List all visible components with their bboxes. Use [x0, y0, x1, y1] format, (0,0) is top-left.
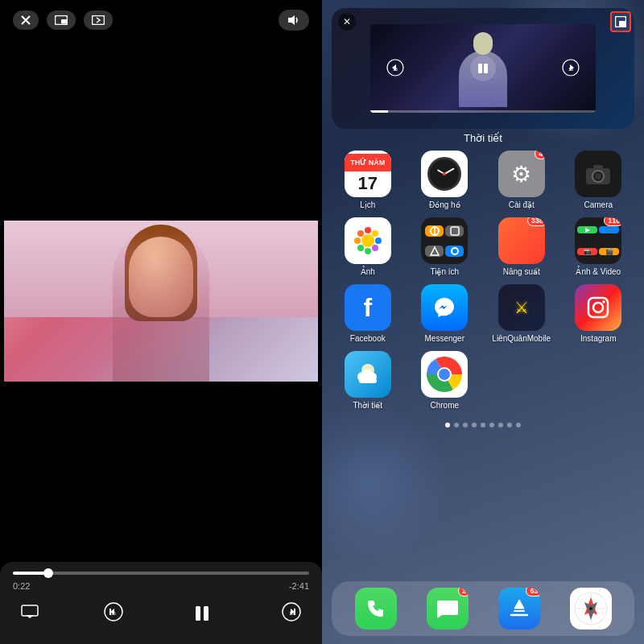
settings-label: Cài đặt	[509, 200, 535, 209]
phone-icon	[355, 588, 397, 630]
pip-video: 15 15	[332, 8, 634, 129]
right-panel: ✕ 15	[322, 0, 644, 644]
airplay-button[interactable]	[21, 605, 39, 622]
svg-rect-4	[93, 16, 105, 25]
close-button[interactable]	[13, 10, 39, 30]
app-item-facebook[interactable]: f Facebook	[333, 284, 402, 343]
dot-2	[463, 423, 468, 427]
left-top-controls	[0, 0, 322, 40]
messages-badge: 2	[458, 588, 469, 597]
skip-forward-button[interactable]: 15	[282, 602, 301, 625]
pip-expand-button[interactable]	[610, 11, 631, 32]
messenger-icon	[421, 284, 468, 331]
app-grid-row2: Ảnh Tiện ích	[322, 217, 644, 276]
svg-rect-6	[22, 605, 38, 616]
weather-icon	[345, 351, 391, 398]
app-item-photos[interactable]: Ảnh	[333, 217, 402, 276]
instagram-icon	[575, 284, 621, 331]
pip-skip-forward[interactable]: 15	[562, 59, 580, 78]
svg-point-56	[439, 369, 450, 380]
instagram-label: Instagram	[580, 334, 616, 343]
app-grid-row1: THỨ NĂM 17 Lịch Đồng hồ ⚙ 4 Cài đặt	[322, 151, 644, 209]
facebook-label: Facebook	[350, 334, 386, 343]
utilities-icon	[421, 217, 468, 264]
photo-video-badge: 116	[604, 217, 621, 226]
skip-back-button[interactable]: 15	[104, 602, 123, 625]
calendar-date: 17	[358, 173, 378, 194]
app-item-chrome[interactable]: Chrome	[411, 351, 480, 410]
svg-marker-44	[431, 247, 439, 255]
dock: 2 63	[332, 581, 634, 636]
svg-rect-43	[451, 227, 459, 235]
svg-rect-23	[478, 64, 482, 73]
pip-close-button[interactable]: ✕	[338, 13, 356, 31]
performance-label: Năng suất	[503, 267, 540, 276]
chrome-icon	[421, 351, 468, 398]
svg-text:15: 15	[568, 67, 573, 72]
dock-safari[interactable]	[570, 588, 612, 630]
settings-icon: ⚙ 4	[498, 151, 545, 197]
appstore-icon: 63	[498, 588, 540, 630]
messages-icon: 2	[427, 588, 469, 630]
dot-1	[454, 423, 459, 427]
dock-appstore[interactable]: 63	[498, 588, 540, 630]
svg-marker-7	[26, 615, 34, 618]
calendar-icon: THỨ NĂM 17	[345, 151, 391, 197]
svg-rect-3	[61, 19, 67, 24]
pause-button[interactable]	[188, 599, 217, 628]
app-item-lienquan[interactable]: ⚔ LiênQuânMobile	[487, 284, 556, 343]
svg-point-34	[365, 248, 371, 254]
svg-point-37	[357, 230, 364, 237]
app-item-weather[interactable]: Thời tiết	[333, 351, 402, 410]
expand-button[interactable]	[84, 10, 113, 30]
pip-pause-button[interactable]	[470, 56, 496, 81]
clock-label: Đồng hồ	[429, 200, 460, 209]
safari-icon	[570, 588, 612, 630]
dot-6	[498, 423, 503, 427]
svg-point-30	[595, 173, 601, 180]
progress-bar[interactable]	[13, 572, 309, 575]
app-item-instagram[interactable]: Instagram	[564, 284, 634, 343]
bottom-controls: 15 15	[13, 599, 309, 628]
dock-phone[interactable]	[355, 588, 397, 630]
calendar-day: THỨ NĂM	[345, 154, 391, 171]
app-item-photo-video[interactable]: ▶ 🎵 📷 🎬 116 Ảnh & Video	[564, 217, 634, 276]
photo-video-icon: ▶ 🎵 📷 🎬 116	[575, 217, 621, 264]
photos-icon	[345, 217, 391, 264]
svg-rect-24	[484, 64, 488, 73]
volume-button[interactable]	[279, 10, 309, 31]
app-item-messenger[interactable]: Messenger	[411, 284, 480, 343]
performance-badge: 338	[527, 217, 545, 226]
app-item-performance[interactable]: 338 Năng suất	[487, 217, 556, 276]
app-grid-row3: f Facebook Messenger ⚔ LiênQuânMobile	[322, 284, 644, 343]
svg-rect-31	[593, 165, 603, 170]
svg-marker-5	[288, 15, 295, 25]
app-item-calendar[interactable]: THỨ NĂM 17 Lịch	[333, 151, 402, 209]
video-area	[0, 40, 322, 562]
dock-messages[interactable]: 2	[427, 588, 469, 630]
svg-point-33	[365, 227, 371, 233]
camera-icon	[575, 151, 621, 197]
pip-skip-back[interactable]: 15	[386, 59, 404, 78]
settings-badge: 4	[535, 151, 545, 159]
svg-point-45	[452, 248, 458, 254]
svg-point-36	[375, 237, 382, 244]
svg-rect-12	[196, 606, 200, 621]
dot-5	[489, 423, 494, 427]
pip-button[interactable]	[47, 10, 76, 30]
app-item-utilities[interactable]: Tiện ích	[411, 217, 480, 276]
time-current: 0:22	[13, 581, 30, 591]
app-item-clock[interactable]: Đồng hồ	[411, 151, 480, 209]
messenger-label: Messenger	[425, 334, 464, 343]
svg-text:15: 15	[111, 611, 116, 616]
playback-controls: 0:22 -2:41 15	[0, 562, 322, 644]
app-item-settings[interactable]: ⚙ 4 Cài đặt	[487, 151, 556, 209]
app-item-camera[interactable]: Camera	[564, 151, 634, 209]
photos-label: Ảnh	[361, 267, 375, 276]
left-panel: 0:22 -2:41 15	[0, 0, 322, 644]
svg-text:15: 15	[289, 611, 294, 616]
appstore-badge: 63	[526, 588, 539, 597]
camera-label: Camera	[584, 200, 613, 209]
dot-3	[472, 423, 477, 427]
svg-point-40	[372, 245, 378, 251]
